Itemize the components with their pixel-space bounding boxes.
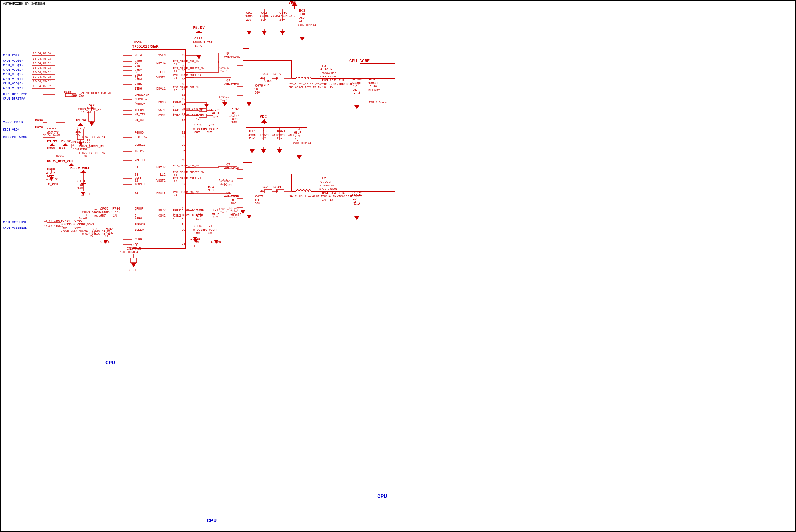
svg-text:DRVH1: DRVH1	[156, 61, 166, 65]
svg-text:220nF: 220nF	[224, 184, 233, 187]
svg-text:2703-002992: 2703-002992	[320, 75, 337, 78]
svg-text:VID1: VID1	[135, 64, 142, 68]
svg-text:22: 22	[135, 179, 138, 183]
svg-text:R705: R705	[231, 208, 239, 212]
svg-text:nostuff: nostuff	[56, 155, 68, 157]
svg-text:0.39uH: 0.39uH	[320, 180, 333, 184]
svg-text:26: 26	[135, 54, 138, 57]
svg-text:2703-002992: 2703-002992	[320, 188, 337, 191]
svg-text:11: 11	[182, 102, 185, 106]
svg-text:CPUVR_TRIPSEL_MN: CPUVR_TRIPSEL_MN	[79, 152, 105, 155]
svg-text:100nF: 100nF	[248, 133, 258, 137]
svg-text:C707: C707	[231, 114, 239, 117]
svg-text:Q9: Q9	[226, 79, 230, 82]
svg-text:PNS_CPUVR_PHASE1_RC_MN: PNS_CPUVR_PHASE1_RC_MN	[288, 82, 325, 85]
svg-text:nostuff: nostuff	[229, 216, 241, 219]
svg-text:41: 41	[182, 243, 185, 246]
svg-text:2: 2	[334, 79, 336, 82]
svg-text:36: 36	[83, 155, 87, 158]
svg-text:2.5V: 2.5V	[369, 85, 377, 88]
svg-text:R681: R681	[90, 227, 98, 231]
svg-text:4.7K: 4.7K	[329, 195, 336, 198]
svg-text:34: 34	[182, 119, 185, 122]
svg-text:39: 39	[182, 228, 185, 232]
svg-text:PNS_CPUVR_T32_MN: PNS_CPUVR_T32_MN	[173, 164, 199, 167]
svg-text:10V: 10V	[231, 121, 237, 124]
svg-text:27: 27	[174, 89, 177, 92]
svg-text:R642: R642	[260, 186, 268, 189]
svg-text:0.39uH: 0.39uH	[320, 68, 333, 71]
svg-text:C654: C654	[277, 129, 285, 133]
svg-text:4700nF-X5R: 4700nF-X5R	[278, 15, 297, 18]
svg-text:AGND: AGND	[194, 241, 201, 244]
svg-text:68nF: 68nF	[212, 212, 219, 215]
svg-text:38: 38	[83, 148, 87, 151]
svg-text:CSP2: CSP2	[158, 209, 166, 212]
svg-text:3: 3	[194, 244, 195, 247]
svg-text:16: 16	[182, 78, 185, 81]
svg-text:10-D4,45-C2: 10-D4,45-C2	[33, 85, 51, 88]
svg-text:C655: C655	[255, 195, 263, 198]
svg-text:Q6: Q6	[226, 191, 230, 195]
svg-text:CPU1_VSSSENSE: CPU1_VSSSENSE	[3, 226, 27, 230]
svg-text:C713: C713	[207, 224, 214, 228]
svg-text:6: 6	[173, 218, 174, 221]
svg-text:27: 27	[135, 87, 138, 91]
svg-text:0.033nF: 0.033nF	[205, 127, 218, 131]
svg-text:R685: R685	[58, 146, 65, 150]
svg-text:7: 7	[135, 209, 136, 212]
svg-text:NTCG163JF103HT: NTCG163JF103HT	[337, 195, 362, 198]
svg-text:CPU1_VID(5): CPU1_VID(5)	[3, 82, 23, 85]
svg-text:24: 24	[135, 192, 138, 195]
schematic-container: AUTHORIZED BY SAMSUNG. VDC C91 100nF 25V…	[0, 0, 796, 532]
svg-text:CPU: CPU	[207, 518, 216, 524]
svg-text:3.01K: 3.01K	[320, 195, 329, 198]
svg-text:6.3V: 6.3V	[195, 45, 202, 48]
svg-text:100K: 100K	[89, 231, 96, 235]
svg-text:CPU1_PSI#: CPU1_PSI#	[3, 54, 19, 57]
svg-text:C132: C132	[194, 37, 202, 40]
svg-text:CSP1: CSP1	[158, 109, 166, 112]
svg-text:0.033nF: 0.033nF	[61, 223, 74, 226]
svg-text:10K: 10K	[230, 212, 236, 215]
svg-text:CSP2: CSP2	[173, 208, 181, 212]
svg-text:PNS_CPUVR_BST2_MN: PNS_CPUVR_BST2_MN	[173, 177, 201, 180]
svg-text:U510: U510	[134, 40, 143, 45]
svg-text:C131: C131	[77, 179, 86, 183]
svg-text:25: 25	[135, 101, 138, 104]
svg-text:1%: 1%	[76, 134, 80, 137]
svg-text:P5.0V_FILT_CPU: P5.0V_FILT_CPU	[47, 160, 73, 163]
svg-text:DRVL2: DRVL2	[156, 192, 166, 195]
svg-text:5.11K: 5.11K	[111, 211, 120, 214]
svg-text:21: 21	[174, 167, 177, 170]
svg-text:R660: R660	[260, 73, 268, 76]
svg-text:1: 1	[326, 79, 328, 82]
svg-text:R706: R706	[196, 208, 204, 212]
svg-text:DRVH2: DRVH2	[156, 166, 166, 169]
svg-text:6: 6	[135, 214, 136, 217]
svg-text:PNS_CPUVR_BST1_RC_MN: PNS_CPUVR_BST1_RC_MN	[288, 86, 321, 89]
svg-text:CSN2: CSN2	[173, 214, 181, 217]
svg-text:1000uF: 1000uF	[368, 82, 379, 85]
svg-text:37: 37	[182, 183, 185, 186]
svg-text:R679: R679	[35, 126, 43, 129]
svg-text:5△6△3△: 5△6△3△	[219, 66, 229, 69]
svg-text:C106: C106	[279, 11, 287, 15]
svg-text:10-D4,45-C2: 10-D4,45-C2	[33, 76, 51, 79]
svg-text:10-D4,48-C4: 10-D4,48-C4	[33, 52, 51, 55]
svg-text:MPO104-R39: MPO104-R39	[320, 72, 336, 75]
svg-text:P5.0V: P5.0V	[61, 139, 71, 143]
svg-text:8: 8	[182, 222, 184, 226]
svg-text:50V: 50V	[230, 202, 236, 205]
svg-text:23: 23	[174, 174, 177, 177]
svg-text:1nF: 1nF	[78, 220, 83, 223]
svg-text:25V: 25V	[261, 18, 266, 22]
svg-text:G_CPU: G_CPU	[48, 183, 58, 186]
svg-text:R684: R684	[77, 126, 86, 130]
svg-text:28: 28	[135, 71, 138, 74]
svg-text:CPU: CPU	[106, 360, 115, 366]
svg-text:CPUVR_VSNS: CPUVR_VSNS	[77, 223, 94, 226]
svg-text:ISLEW: ISLEW	[135, 228, 144, 232]
svg-text:1203-005864: 1203-005864	[120, 251, 138, 254]
svg-text:50V: 50V	[194, 232, 200, 235]
